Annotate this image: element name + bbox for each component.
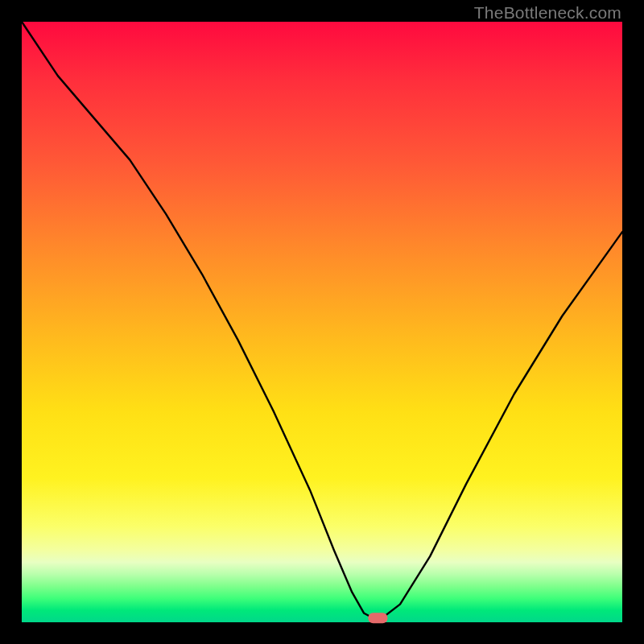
- bottleneck-curve: [22, 22, 622, 618]
- curve-svg: [22, 22, 622, 622]
- plot-area: [22, 22, 622, 622]
- chart-frame: TheBottleneck.com: [0, 0, 644, 644]
- watermark-text: TheBottleneck.com: [474, 3, 621, 23]
- optimal-point-marker: [368, 613, 387, 623]
